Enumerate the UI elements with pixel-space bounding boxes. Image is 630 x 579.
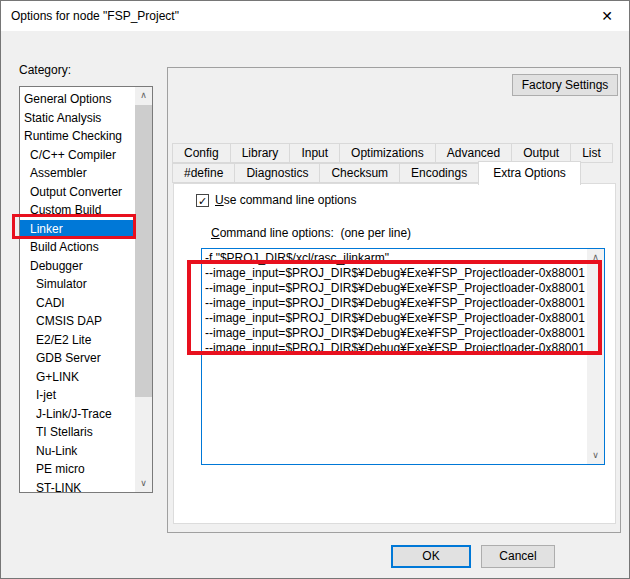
tabs-row2: #defineDiagnosticsChecksumEncodingsExtra…: [173, 163, 581, 185]
command-line: --image_input=$PROJ_DIR$¥Debug¥Exe¥FSP_P…: [205, 326, 585, 341]
command-line: --image_input=$PROJ_DIR$¥Debug¥Exe¥FSP_P…: [205, 281, 585, 296]
tab-advanced[interactable]: Advanced: [435, 143, 512, 163]
window-title: Options for node "FSP_Project": [11, 1, 179, 31]
use-command-line-options-label: Use command line options: [215, 193, 356, 207]
tab-encodings[interactable]: Encodings: [399, 163, 479, 183]
command-line-options-label: Command line options: (one per line): [211, 226, 411, 240]
category-item-linker[interactable]: Linker: [20, 220, 135, 239]
category-item-gdb-server[interactable]: GDB Server: [20, 349, 135, 368]
extra-options-page: ✓ Use command line options Command line …: [173, 183, 616, 524]
command-line: -f "$PROJ_DIR$/xcl/rasc_jlinkarm": [205, 251, 585, 266]
category-label: Category:: [19, 63, 71, 77]
cancel-button[interactable]: Cancel: [481, 545, 555, 568]
title-bar: Options for node "FSP_Project" ✕: [1, 1, 629, 31]
category-item-g-link[interactable]: G+LINK: [20, 368, 135, 387]
category-item-general-options[interactable]: General Options: [20, 90, 135, 109]
category-item-st-link[interactable]: ST-LINK: [20, 479, 135, 494]
category-item-output-converter[interactable]: Output Converter: [20, 183, 135, 202]
tab-optimizations[interactable]: Optimizations: [339, 143, 436, 163]
label-mnemonic: U: [215, 193, 224, 207]
scroll-up-icon[interactable]: ∧: [135, 87, 152, 104]
category-item-j-link-j-trace[interactable]: J-Link/J-Trace: [20, 405, 135, 424]
scroll-down-icon[interactable]: ∨: [587, 447, 604, 464]
scrollbar-thumb[interactable]: [135, 105, 152, 397]
tabs-row1: ConfigLibraryInputOptimizationsAdvancedO…: [173, 143, 613, 163]
command-line: --image_input=$PROJ_DIR$¥Debug¥Exe¥FSP_P…: [205, 311, 585, 326]
command-line: --image_input=$PROJ_DIR$¥Debug¥Exe¥FSP_P…: [205, 266, 585, 281]
category-item-nu-link[interactable]: Nu-Link: [20, 442, 135, 461]
ok-button[interactable]: OK: [391, 545, 471, 568]
scroll-up-icon[interactable]: ∧: [587, 249, 604, 266]
tab-define[interactable]: #define: [172, 163, 235, 183]
category-item-static-analysis[interactable]: Static Analysis: [20, 109, 135, 128]
options-dialog: Options for node "FSP_Project" ✕ Categor…: [0, 0, 630, 579]
category-item-cmsis-dap[interactable]: CMSIS DAP: [20, 312, 135, 331]
category-item-ti-stellaris[interactable]: TI Stellaris: [20, 423, 135, 442]
options-panel: Factory Settings ConfigLibraryInputOptim…: [167, 67, 621, 533]
category-item-pe-micro[interactable]: PE micro: [20, 460, 135, 479]
use-command-line-options-checkbox[interactable]: ✓: [196, 194, 209, 207]
textarea-scrollbar[interactable]: ∧ ∨: [587, 249, 604, 464]
category-item-assembler[interactable]: Assembler: [20, 164, 135, 183]
command-line: --image_input=$PROJ_DIR$¥Debug¥Exe¥FSP_P…: [205, 341, 585, 356]
tab-input[interactable]: Input: [289, 143, 340, 163]
category-item-debugger[interactable]: Debugger: [20, 257, 135, 276]
category-scrollbar[interactable]: ∧ ∨: [135, 87, 152, 492]
category-item-runtime-checking[interactable]: Runtime Checking: [20, 127, 135, 146]
category-item-c-c-compiler[interactable]: C/C++ Compiler: [20, 146, 135, 165]
tab-library[interactable]: Library: [230, 143, 291, 163]
command-lines: -f "$PROJ_DIR$/xcl/rasc_jlinkarm"--image…: [205, 251, 585, 356]
tab-output[interactable]: Output: [511, 143, 571, 163]
checkbox-check-icon: ✓: [198, 195, 207, 207]
label-rest: ommand line options: (one per line): [220, 226, 411, 240]
tab-config[interactable]: Config: [172, 143, 231, 163]
category-item-custom-build[interactable]: Custom Build: [20, 201, 135, 220]
label-rest: se command line options: [224, 193, 357, 207]
category-item-i-jet[interactable]: I-jet: [20, 386, 135, 405]
tab-list[interactable]: List: [570, 143, 613, 163]
category-item-build-actions[interactable]: Build Actions: [20, 238, 135, 257]
tab-checksum[interactable]: Checksum: [319, 163, 400, 183]
command-line: --image_input=$PROJ_DIR$¥Debug¥Exe¥FSP_P…: [205, 296, 585, 311]
category-item-cadi[interactable]: CADI: [20, 294, 135, 313]
label-mnemonic: C: [211, 226, 220, 240]
tab-extra-options[interactable]: Extra Options: [478, 161, 581, 185]
close-icon[interactable]: ✕: [591, 1, 623, 31]
tab-diagnostics[interactable]: Diagnostics: [234, 163, 320, 183]
scroll-down-icon[interactable]: ∨: [135, 475, 152, 492]
command-line-options-input[interactable]: -f "$PROJ_DIR$/xcl/rasc_jlinkarm"--image…: [201, 248, 605, 465]
factory-settings-button[interactable]: Factory Settings: [512, 74, 618, 96]
category-item-e2-e2-lite[interactable]: E2/E2 Lite: [20, 331, 135, 350]
category-item-simulator[interactable]: Simulator: [20, 275, 135, 294]
category-list[interactable]: ∧ ∨ General OptionsStatic AnalysisRuntim…: [19, 86, 153, 493]
